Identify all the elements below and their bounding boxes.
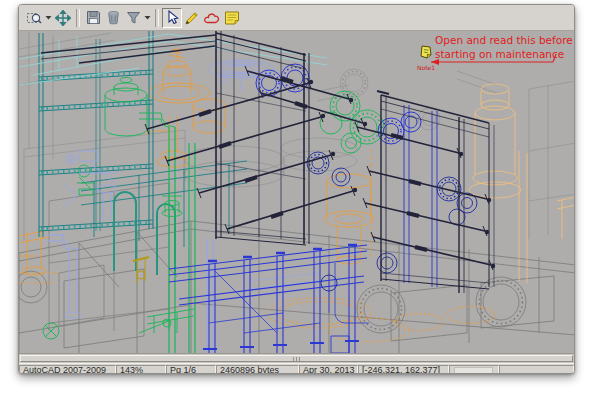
zoom-region-icon [26, 10, 42, 26]
zoom-region-button[interactable] [24, 8, 44, 28]
wireframe-orange-light [469, 84, 575, 283]
delete-button[interactable] [103, 8, 123, 28]
pan-button[interactable] [53, 8, 73, 28]
trash-icon [106, 10, 121, 25]
chevron-down-icon [144, 15, 151, 20]
pan-icon [55, 10, 71, 26]
cad-wireframe-drawing [19, 31, 575, 353]
status-file-size: 2460896 bytes [216, 365, 299, 374]
status-bar: AutoCAD 2007-2009 143% Pg 1/6 2460896 by… [19, 363, 574, 374]
save-button[interactable] [83, 8, 103, 28]
drawing-canvas[interactable]: Open and read this before starting on ma… [19, 31, 575, 353]
status-progress-cell [449, 365, 499, 374]
cad-viewer-window: Open and read this before starting on ma… [18, 4, 575, 374]
select-tool-button[interactable] [162, 8, 182, 28]
sticky-note-icon [224, 10, 240, 25]
filter-button[interactable] [123, 8, 143, 28]
save-icon [86, 10, 101, 25]
note-marker[interactable]: Note1 [409, 44, 443, 71]
pencil-icon [184, 10, 200, 26]
status-zoom-level: 143% [116, 365, 166, 374]
filter-dropdown-button[interactable] [143, 8, 152, 28]
status-file-date: Apr 30, 2013 [299, 365, 358, 374]
annotation-text: Open and read this before starting on ma… [435, 33, 575, 61]
wireframe-darkblue-flanges [307, 152, 477, 291]
revision-cloud-button[interactable] [202, 8, 222, 28]
chevron-down-icon [45, 15, 52, 20]
wireframe-orange-equipment [19, 49, 495, 342]
annotation-line-2: starting on maintenance [435, 47, 575, 61]
scrollbar-thumb[interactable] [20, 355, 573, 362]
status-file-format: AutoCAD 2007-2009 [19, 365, 116, 374]
toolbar [19, 5, 574, 31]
progress-bar [454, 367, 493, 374]
scrollbar-grip-icon [293, 357, 301, 361]
status-empty-cell [499, 365, 574, 374]
note-label: Note1 [409, 64, 443, 71]
note-marker-icon [418, 44, 434, 60]
revision-cloud-icon [204, 11, 221, 25]
funnel-icon [126, 10, 141, 25]
wireframe-gray-frame [49, 183, 169, 331]
horizontal-scrollbar[interactable] [19, 353, 574, 363]
status-page-number: Pg 1/6 [166, 365, 216, 374]
toolbar-separator [155, 9, 159, 27]
toolbar-separator [76, 9, 80, 27]
markup-pencil-button[interactable] [182, 8, 202, 28]
add-note-button[interactable] [222, 8, 242, 28]
zoom-dropdown-button[interactable] [44, 8, 53, 28]
status-cursor-coordinates: [-246.321, 162.377] [358, 365, 449, 374]
wireframe-tank-base [19, 221, 575, 353]
annotation-line-1: Open and read this before [435, 33, 575, 47]
cursor-arrow-icon [165, 10, 180, 25]
